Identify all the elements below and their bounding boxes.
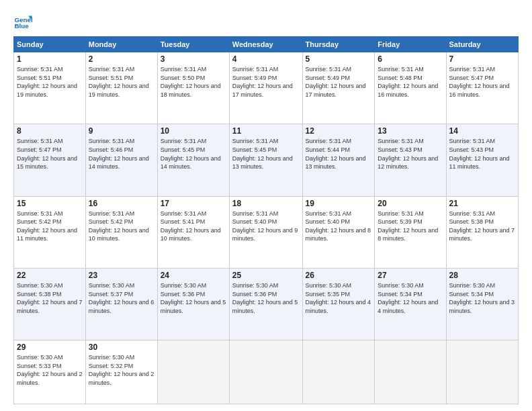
- day-header-monday: Monday: [85, 37, 157, 52]
- day-info: Sunrise: 5:31 AM Sunset: 5:43 PM Dayligh…: [378, 137, 443, 171]
- calendar: SundayMondayTuesdayWednesdayThursdayFrid…: [13, 36, 519, 404]
- day-number: 5: [306, 54, 372, 64]
- calendar-cell: [302, 340, 375, 404]
- calendar-cell: 10 Sunrise: 5:31 AM Sunset: 5:45 PM Dayl…: [157, 124, 229, 196]
- day-number: 22: [17, 271, 83, 280]
- day-info: Sunrise: 5:30 AM Sunset: 5:36 PM Dayligh…: [232, 281, 300, 315]
- day-header-wednesday: Wednesday: [229, 37, 302, 52]
- day-info: Sunrise: 5:31 AM Sunset: 5:51 PM Dayligh…: [89, 65, 154, 99]
- day-number: 11: [232, 126, 300, 136]
- day-number: 7: [449, 54, 515, 64]
- day-info: Sunrise: 5:31 AM Sunset: 5:38 PM Dayligh…: [449, 210, 515, 243]
- day-info: Sunrise: 5:31 AM Sunset: 5:48 PM Dayligh…: [378, 65, 443, 99]
- day-info: Sunrise: 5:31 AM Sunset: 5:49 PM Dayligh…: [232, 65, 300, 99]
- day-number: 25: [232, 271, 300, 280]
- day-number: 14: [449, 126, 515, 136]
- logo-icon: General Blue: [13, 12, 32, 31]
- calendar-cell: 21 Sunrise: 5:31 AM Sunset: 5:38 PM Dayl…: [446, 196, 518, 268]
- calendar-cell: 30 Sunrise: 5:30 AM Sunset: 5:32 PM Dayl…: [85, 340, 157, 404]
- day-number: 24: [161, 271, 226, 280]
- day-info: Sunrise: 5:31 AM Sunset: 5:49 PM Dayligh…: [306, 65, 372, 99]
- day-info: Sunrise: 5:31 AM Sunset: 5:47 PM Dayligh…: [449, 65, 515, 99]
- day-number: 29: [17, 342, 83, 352]
- calendar-cell: [157, 340, 229, 404]
- day-number: 15: [17, 199, 83, 208]
- day-info: Sunrise: 5:30 AM Sunset: 5:34 PM Dayligh…: [449, 281, 515, 315]
- day-number: 20: [378, 199, 443, 208]
- logo: General Blue: [13, 12, 35, 31]
- calendar-cell: 18 Sunrise: 5:31 AM Sunset: 5:40 PM Dayl…: [229, 196, 302, 268]
- calendar-cell: 24 Sunrise: 5:30 AM Sunset: 5:36 PM Dayl…: [157, 268, 229, 340]
- day-number: 4: [232, 54, 300, 64]
- day-number: 16: [89, 199, 154, 208]
- calendar-cell: [446, 340, 518, 404]
- day-number: 17: [161, 199, 226, 208]
- day-info: Sunrise: 5:31 AM Sunset: 5:41 PM Dayligh…: [161, 210, 226, 243]
- calendar-cell: 22 Sunrise: 5:30 AM Sunset: 5:38 PM Dayl…: [14, 268, 86, 340]
- day-number: 1: [17, 54, 83, 64]
- day-info: Sunrise: 5:31 AM Sunset: 5:44 PM Dayligh…: [306, 137, 372, 171]
- day-number: 23: [89, 271, 154, 280]
- day-info: Sunrise: 5:31 AM Sunset: 5:50 PM Dayligh…: [161, 65, 226, 99]
- calendar-cell: 8 Sunrise: 5:31 AM Sunset: 5:47 PM Dayli…: [14, 124, 86, 196]
- day-info: Sunrise: 5:31 AM Sunset: 5:40 PM Dayligh…: [232, 210, 300, 243]
- calendar-cell: [229, 340, 302, 404]
- day-number: 6: [378, 54, 443, 64]
- calendar-cell: 5 Sunrise: 5:31 AM Sunset: 5:49 PM Dayli…: [302, 52, 375, 124]
- day-info: Sunrise: 5:31 AM Sunset: 5:39 PM Dayligh…: [378, 210, 443, 243]
- day-info: Sunrise: 5:30 AM Sunset: 5:38 PM Dayligh…: [17, 281, 83, 315]
- day-number: 18: [232, 199, 300, 208]
- calendar-cell: 25 Sunrise: 5:30 AM Sunset: 5:36 PM Dayl…: [229, 268, 302, 340]
- day-number: 21: [449, 199, 515, 208]
- day-number: 27: [378, 271, 443, 280]
- day-info: Sunrise: 5:30 AM Sunset: 5:34 PM Dayligh…: [378, 281, 443, 315]
- calendar-cell: 6 Sunrise: 5:31 AM Sunset: 5:48 PM Dayli…: [375, 52, 446, 124]
- day-number: 28: [449, 271, 515, 280]
- day-info: Sunrise: 5:31 AM Sunset: 5:46 PM Dayligh…: [89, 137, 154, 171]
- day-header-friday: Friday: [375, 37, 446, 52]
- calendar-cell: 13 Sunrise: 5:31 AM Sunset: 5:43 PM Dayl…: [375, 124, 446, 196]
- day-info: Sunrise: 5:31 AM Sunset: 5:45 PM Dayligh…: [232, 137, 300, 171]
- calendar-cell: 28 Sunrise: 5:30 AM Sunset: 5:34 PM Dayl…: [446, 268, 518, 340]
- calendar-cell: 23 Sunrise: 5:30 AM Sunset: 5:37 PM Dayl…: [85, 268, 157, 340]
- calendar-cell: 4 Sunrise: 5:31 AM Sunset: 5:49 PM Dayli…: [229, 52, 302, 124]
- day-info: Sunrise: 5:31 AM Sunset: 5:42 PM Dayligh…: [89, 210, 154, 243]
- day-number: 12: [306, 126, 372, 136]
- calendar-cell: 17 Sunrise: 5:31 AM Sunset: 5:41 PM Dayl…: [157, 196, 229, 268]
- day-info: Sunrise: 5:30 AM Sunset: 5:33 PM Dayligh…: [17, 353, 83, 387]
- day-header-tuesday: Tuesday: [157, 37, 229, 52]
- day-info: Sunrise: 5:31 AM Sunset: 5:47 PM Dayligh…: [17, 137, 83, 171]
- calendar-cell: [375, 340, 446, 404]
- day-number: 2: [89, 54, 154, 64]
- day-info: Sunrise: 5:30 AM Sunset: 5:37 PM Dayligh…: [89, 281, 154, 315]
- day-info: Sunrise: 5:30 AM Sunset: 5:36 PM Dayligh…: [161, 281, 226, 315]
- calendar-cell: 2 Sunrise: 5:31 AM Sunset: 5:51 PM Dayli…: [85, 52, 157, 124]
- day-number: 10: [161, 126, 226, 136]
- calendar-cell: 11 Sunrise: 5:31 AM Sunset: 5:45 PM Dayl…: [229, 124, 302, 196]
- day-info: Sunrise: 5:30 AM Sunset: 5:35 PM Dayligh…: [306, 281, 372, 315]
- day-number: 19: [306, 199, 372, 208]
- calendar-cell: 1 Sunrise: 5:31 AM Sunset: 5:51 PM Dayli…: [14, 52, 86, 124]
- day-header-saturday: Saturday: [446, 37, 518, 52]
- calendar-cell: 3 Sunrise: 5:31 AM Sunset: 5:50 PM Dayli…: [157, 52, 229, 124]
- day-info: Sunrise: 5:31 AM Sunset: 5:40 PM Dayligh…: [306, 210, 372, 243]
- calendar-cell: 9 Sunrise: 5:31 AM Sunset: 5:46 PM Dayli…: [85, 124, 157, 196]
- day-info: Sunrise: 5:31 AM Sunset: 5:45 PM Dayligh…: [161, 137, 226, 171]
- day-number: 26: [306, 271, 372, 280]
- day-header-sunday: Sunday: [14, 37, 86, 52]
- calendar-cell: 7 Sunrise: 5:31 AM Sunset: 5:47 PM Dayli…: [446, 52, 518, 124]
- svg-text:Blue: Blue: [14, 22, 29, 30]
- calendar-cell: 20 Sunrise: 5:31 AM Sunset: 5:39 PM Dayl…: [375, 196, 446, 268]
- calendar-cell: 26 Sunrise: 5:30 AM Sunset: 5:35 PM Dayl…: [302, 268, 375, 340]
- calendar-cell: 27 Sunrise: 5:30 AM Sunset: 5:34 PM Dayl…: [375, 268, 446, 340]
- calendar-cell: 14 Sunrise: 5:31 AM Sunset: 5:43 PM Dayl…: [446, 124, 518, 196]
- calendar-cell: 12 Sunrise: 5:31 AM Sunset: 5:44 PM Dayl…: [302, 124, 375, 196]
- calendar-cell: 19 Sunrise: 5:31 AM Sunset: 5:40 PM Dayl…: [302, 196, 375, 268]
- day-header-thursday: Thursday: [302, 37, 375, 52]
- calendar-cell: 16 Sunrise: 5:31 AM Sunset: 5:42 PM Dayl…: [85, 196, 157, 268]
- day-number: 9: [89, 126, 154, 136]
- day-number: 8: [17, 126, 83, 136]
- day-info: Sunrise: 5:31 AM Sunset: 5:42 PM Dayligh…: [17, 210, 83, 243]
- calendar-cell: 15 Sunrise: 5:31 AM Sunset: 5:42 PM Dayl…: [14, 196, 86, 268]
- calendar-cell: 29 Sunrise: 5:30 AM Sunset: 5:33 PM Dayl…: [14, 340, 86, 404]
